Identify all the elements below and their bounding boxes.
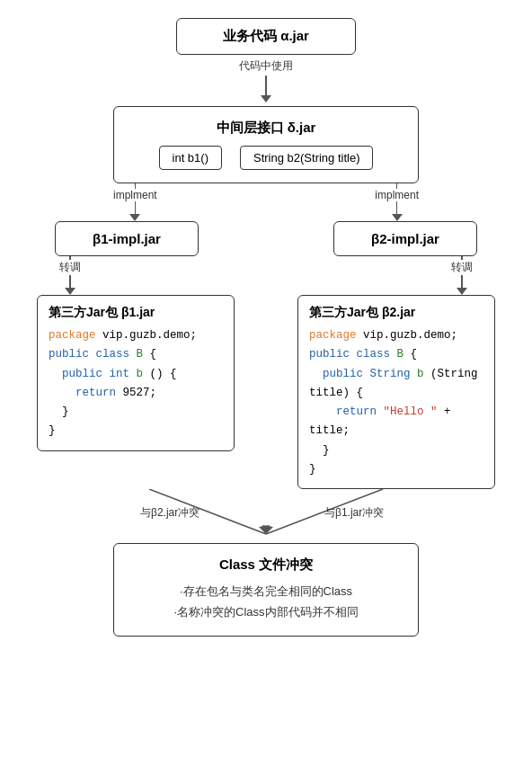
code2-line3: public String b (String title) { (309, 365, 483, 404)
code2-line1: package vip.guzb.demo; (309, 326, 483, 345)
arrow1-head (261, 95, 271, 102)
impl-arrow-right: implment (375, 183, 419, 221)
interface-jar-title: 中间层接口 δ.jar (217, 120, 316, 135)
thirdparty-row: 第三方Jar包 β1.jar package vip.guzb.demo; pu… (14, 295, 518, 489)
zhuandiao-left: 转调 (59, 256, 81, 295)
arrow1-line (265, 76, 267, 95)
impl-arrow-left: implment (113, 183, 157, 221)
right-line-bottom (396, 201, 398, 214)
impl2-box: β2-impl.jar (333, 221, 477, 256)
impl1-box: β1-impl.jar (55, 221, 199, 256)
alpha-jar-box: 业务代码 α.jar (176, 18, 356, 55)
thirdparty1-box: 第三方Jar包 β1.jar package vip.guzb.demo; pu… (37, 295, 235, 451)
code1-line4: return 9527; (49, 384, 223, 403)
thirdparty2-code: package vip.guzb.demo; public class B { … (309, 326, 483, 479)
method-b2-label: String b2(String title) (253, 151, 360, 165)
left-line-bottom (135, 201, 137, 214)
zhuandiao-right-label: 转调 (451, 260, 473, 275)
conflict-title: Class 文件冲突 (132, 557, 400, 574)
alpha-jar-title: 业务代码 α.jar (223, 28, 309, 43)
arrow1-container: 代码中使用 (239, 55, 293, 106)
arrow1-label: 代码中使用 (239, 58, 293, 74)
code1-line3: public int b () { (49, 365, 223, 384)
impl-left-label: implment (113, 189, 157, 201)
impl2-title: β2-impl.jar (371, 231, 439, 246)
interface-jar-box: 中间层接口 δ.jar int b1() String b2(String ti… (113, 106, 419, 183)
code2-line4: return "Hello " + title; (309, 403, 483, 441)
thirdparty2-box: 第三方Jar包 β2.jar package vip.guzb.demo; pu… (297, 295, 495, 489)
code2-line2: public class B { (309, 345, 483, 364)
thirdparty2-title: 第三方Jar包 β2.jar (309, 305, 483, 321)
impl-boxes-row: β1-impl.jar β2-impl.jar (14, 221, 518, 256)
interface-methods: int b1() String b2(String title) (130, 146, 402, 170)
diagram: 业务代码 α.jar 代码中使用 中间层接口 δ.jar int b1() St… (14, 18, 518, 748)
code1-line6: } (49, 422, 223, 441)
code1-line1: package vip.guzb.demo; (49, 326, 223, 345)
method-b2: String b2(String title) (240, 146, 374, 170)
zhuandiao-right: 转调 (451, 256, 473, 295)
right-arrow-head (392, 214, 403, 221)
method-b1-label: int b1() (173, 151, 208, 165)
code1-line2: public class B { (49, 345, 223, 364)
code2-line6: } (309, 460, 483, 479)
thirdparty1-title: 第三方Jar包 β1.jar (49, 305, 223, 321)
zhuandiao-left-label: 转调 (59, 260, 81, 275)
svg-text:与β1.jar冲突: 与β1.jar冲突 (324, 506, 384, 519)
arrow1-down (261, 76, 271, 102)
conflict-item1: ·存在包名与类名完全相同的Class (132, 581, 400, 601)
thirdparty1-code: package vip.guzb.demo; public class B { … (49, 326, 223, 441)
method-b1: int b1() (159, 146, 222, 170)
code2-line5: } (309, 441, 483, 460)
impl-right-label: implment (375, 189, 419, 201)
conflict-arrows-svg: 与β2.jar冲突 与β1.jar冲突 (50, 489, 482, 543)
conflict-arrows-container: 与β2.jar冲突 与β1.jar冲突 (50, 489, 482, 543)
conflict-box: Class 文件冲突 ·存在包名与类名完全相同的Class ·名称冲突的Clas… (113, 543, 419, 637)
conflict-item2: ·名称冲突的Class内部代码并不相同 (132, 601, 400, 622)
svg-text:与β2.jar冲突: 与β2.jar冲突 (140, 506, 200, 519)
impl1-title: β1-impl.jar (93, 231, 161, 246)
left-arrow-head (129, 214, 140, 221)
zhuandiao-arrows-row: 转调 转调 (50, 256, 482, 295)
impl-arrows-row: implment implment (113, 183, 419, 221)
code1-line5: } (49, 403, 223, 422)
